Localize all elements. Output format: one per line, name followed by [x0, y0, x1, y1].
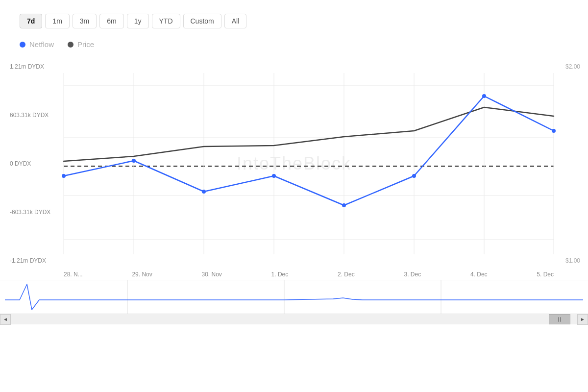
time-btn-6m[interactable]: 6m	[99, 14, 123, 28]
thumb-grip-2	[560, 317, 561, 322]
x-label-5: 3. Dec	[404, 271, 421, 278]
price-dot	[68, 42, 74, 48]
time-btn-1m[interactable]: 1m	[45, 14, 69, 28]
price-label: Price	[77, 40, 94, 49]
x-label-0: 28. N...	[64, 271, 83, 278]
time-btn-3m[interactable]: 3m	[73, 14, 97, 28]
x-label-7: 5. Dec	[537, 271, 554, 278]
svg-point-16	[272, 174, 276, 178]
svg-point-20	[552, 129, 556, 133]
time-range-bar: 7d1m3m6m1yYTDCustomAll	[0, 0, 588, 36]
x-label-6: 4. Dec	[470, 271, 488, 278]
time-btn-all[interactable]: All	[224, 14, 247, 28]
navigator-svg	[0, 280, 588, 314]
legend: Netflow Price	[0, 36, 588, 58]
svg-point-19	[482, 94, 486, 98]
scroll-thumb[interactable]	[549, 314, 570, 324]
time-btn-7d[interactable]: 7d	[20, 14, 42, 28]
scrollbar-track: ◄ ►	[0, 314, 588, 324]
svg-point-15	[202, 190, 206, 194]
svg-point-13	[62, 174, 66, 178]
x-label-1: 29. Nov	[132, 271, 152, 278]
legend-price: Price	[68, 40, 94, 49]
x-label-4: 2. Dec	[338, 271, 355, 278]
svg-point-17	[342, 203, 346, 207]
svg-rect-21	[0, 280, 588, 314]
time-btn-ytd[interactable]: YTD	[152, 14, 180, 28]
svg-point-14	[132, 159, 136, 163]
time-btn-1y[interactable]: 1y	[127, 14, 149, 28]
main-chart-area: 1.21m DYDX 603.31k DYDX 0 DYDX -603.31k …	[0, 58, 588, 269]
legend-netflow: Netflow	[20, 40, 54, 49]
x-axis-labels: 28. N... 29. Nov 30. Nov 1. Dec 2. Dec 3…	[0, 269, 588, 280]
chart-svg	[0, 58, 588, 269]
main-container: 7d1m3m6m1yYTDCustomAll Netflow Price 1.2…	[0, 0, 588, 392]
svg-point-18	[412, 174, 416, 178]
navigator-area: 2022 2023 2024 ◄ ►	[0, 280, 588, 329]
scroll-left-button[interactable]: ◄	[0, 314, 11, 325]
x-label-2: 30. Nov	[202, 271, 222, 278]
thumb-grip-1	[558, 317, 559, 322]
netflow-label: Netflow	[29, 40, 54, 49]
time-btn-custom[interactable]: Custom	[183, 14, 221, 28]
netflow-dot	[20, 42, 25, 48]
scroll-track-inner	[11, 314, 577, 324]
x-label-3: 1. Dec	[271, 271, 289, 278]
scroll-right-button[interactable]: ►	[577, 314, 588, 325]
